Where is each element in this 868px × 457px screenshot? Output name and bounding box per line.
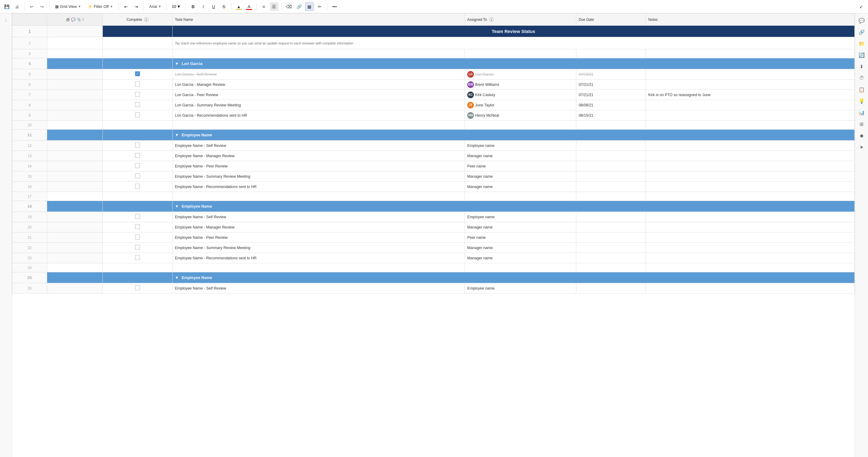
more-button[interactable]: •••	[330, 2, 339, 11]
collapse-button[interactable]: ↙	[857, 2, 866, 11]
checkbox[interactable]	[135, 224, 140, 229]
complete-cell[interactable]	[103, 233, 172, 243]
table-row: 21 Employee Name - Peer Review Peer name	[12, 233, 855, 243]
italic-button[interactable]: I	[199, 2, 208, 11]
task-cell[interactable]: Lori Garcia - Self Review	[172, 69, 465, 80]
print-icon[interactable]: 🖨	[13, 2, 21, 11]
portfolio-icon[interactable]: 📁	[857, 39, 867, 48]
comment-icon[interactable]: 💬	[71, 18, 75, 22]
checkbox[interactable]	[135, 71, 140, 76]
complete-cell[interactable]	[103, 161, 172, 171]
task-cell[interactable]: Employee Name - Recommendations sent to …	[172, 182, 465, 192]
highlight-button[interactable]: ▲	[235, 2, 243, 11]
collapse-icon[interactable]: ▼	[175, 133, 179, 137]
checkbox[interactable]	[135, 235, 140, 239]
complete-cell[interactable]	[103, 182, 172, 192]
underline-button[interactable]: U	[210, 2, 218, 11]
redo-icon[interactable]: ↪	[38, 2, 46, 11]
task-cell[interactable]: Employee Name - Peer Review	[172, 233, 465, 243]
collapse-icon[interactable]: ▼	[175, 275, 179, 280]
align-button[interactable]: ≡	[259, 2, 268, 11]
clock-icon[interactable]: ⏱	[857, 73, 867, 83]
at-icon[interactable]: @	[66, 18, 70, 22]
bold-button[interactable]: B	[189, 2, 197, 11]
complete-cell[interactable]	[103, 90, 172, 100]
task-cell[interactable]: Lori Garcia - Manager Review	[172, 80, 465, 90]
download-icon[interactable]: ⬇	[857, 62, 867, 71]
complete-cell[interactable]	[103, 80, 172, 90]
checkbox[interactable]	[135, 92, 140, 97]
checkbox[interactable]	[135, 102, 140, 107]
complete-cell[interactable]	[103, 222, 172, 233]
save-icon[interactable]: 💾	[2, 2, 11, 11]
task-cell[interactable]: Lori Garcia - Peer Review	[172, 90, 465, 100]
grid-view-button[interactable]: ▦ Grid View ▼	[53, 3, 84, 10]
clipboard-icon[interactable]: 📋	[857, 85, 867, 94]
complete-cell[interactable]	[103, 283, 172, 294]
checkbox[interactable]	[135, 184, 140, 189]
chat-icon[interactable]: 💬	[857, 16, 867, 25]
chart-icon[interactable]: 📊	[857, 108, 867, 117]
task-cell[interactable]: Employee Name - Manager Review	[172, 222, 465, 233]
complete-cell[interactable]	[103, 110, 172, 121]
complete-cell[interactable]	[103, 243, 172, 253]
bullet-button[interactable]: ☰	[270, 2, 278, 11]
lightbulb-icon[interactable]: 💡	[857, 96, 867, 106]
link-button[interactable]: 🔗	[295, 2, 304, 11]
checkbox[interactable]	[135, 214, 140, 219]
task-cell[interactable]: Employee Name - Self Review	[172, 212, 465, 222]
collapse-icon[interactable]: ▼	[175, 61, 179, 66]
refresh-icon[interactable]: 🔄	[857, 50, 867, 60]
undo-icon[interactable]: ↩	[28, 2, 36, 11]
task-cell[interactable]: Employee Name - Manager Review	[172, 151, 465, 161]
diamond-icon[interactable]: ◆	[857, 130, 867, 140]
send-icon[interactable]: ➤	[857, 142, 867, 152]
checkbox[interactable]	[135, 255, 140, 260]
assigned-info-icon[interactable]: ℹ	[489, 18, 494, 22]
checkbox[interactable]	[135, 245, 140, 250]
spreadsheet-area[interactable]: @ 💬 📎 ℹ Complete ℹ Task Name	[12, 13, 855, 457]
checkbox[interactable]	[135, 113, 140, 117]
checkbox[interactable]	[135, 82, 140, 86]
pen-button[interactable]: ✏	[315, 2, 324, 11]
complete-cell[interactable]	[103, 141, 172, 151]
complete-cell[interactable]	[103, 212, 172, 222]
eraser-button[interactable]: ⌫	[285, 2, 293, 11]
info-icon2[interactable]: ℹ	[83, 18, 84, 22]
task-cell[interactable]: Lori Garcia - Recommendations sent to HR	[172, 110, 465, 121]
task-cell[interactable]: Employee Name - Summary Review Meeting	[172, 243, 465, 253]
complete-cell[interactable]	[103, 253, 172, 263]
font-size-button[interactable]: 10 ▼	[170, 3, 182, 10]
task-cell[interactable]: Lori Garcia - Summary Review Meeting	[172, 100, 465, 110]
table-button[interactable]: ▦	[305, 2, 314, 11]
indent-decrease-button[interactable]: ⇤	[122, 2, 130, 11]
checkbox[interactable]	[135, 163, 140, 168]
checkbox[interactable]	[135, 153, 140, 158]
complete-cell[interactable]	[103, 69, 172, 80]
task-cell[interactable]: Employee Name - Summary Review Meeting	[172, 171, 465, 182]
complete-info-icon[interactable]: ℹ	[144, 18, 148, 22]
complete-cell[interactable]	[103, 100, 172, 110]
collapse-icon[interactable]: ▼	[175, 204, 179, 209]
task-cell[interactable]: Employee Name - Self Review	[172, 141, 465, 151]
checkbox[interactable]	[135, 285, 140, 290]
title-task-cell: Team Review Status	[172, 26, 855, 37]
row-num: 23	[12, 253, 47, 263]
font-button[interactable]: Arial ▼	[147, 3, 164, 10]
paperclip-icon[interactable]: 🔗	[857, 27, 867, 37]
group-task-cell: ▼ Employee Name	[172, 201, 855, 212]
task-cell[interactable]: Employee Name - Recommendations sent to …	[172, 253, 465, 263]
filter-button[interactable]: ⚡ Filter Off ▼	[85, 3, 116, 10]
task-cell[interactable]: Employee Name - Peer Review	[172, 161, 465, 171]
complete-cell[interactable]	[103, 171, 172, 182]
font-color-button[interactable]: A	[245, 2, 253, 11]
assigned-name: Manager name	[467, 174, 493, 179]
task-cell[interactable]: Employee Name - Self Review	[172, 283, 465, 294]
checkbox[interactable]	[135, 143, 140, 148]
strikethrough-button[interactable]: S	[220, 2, 228, 11]
checkbox[interactable]	[135, 174, 140, 178]
complete-cell[interactable]	[103, 151, 172, 161]
attach-icon[interactable]: 📎	[77, 18, 81, 22]
grid-icon[interactable]: ⊞	[857, 119, 867, 129]
indent-increase-button[interactable]: ⇥	[132, 2, 141, 11]
